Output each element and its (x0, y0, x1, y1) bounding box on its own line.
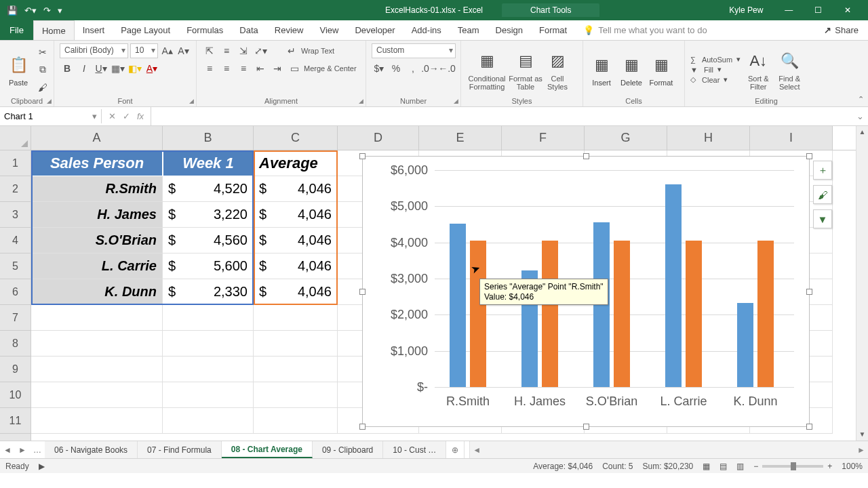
tab-review[interactable]: Review (267, 20, 312, 40)
sheet-tab-0[interactable]: 06 - Navigate Books (45, 441, 138, 458)
wrap-text-button[interactable]: Wrap Text (301, 47, 334, 55)
row-header-1[interactable]: 1 (0, 150, 31, 176)
column-header-C[interactable]: C (254, 126, 338, 150)
undo-icon[interactable]: ↶▾ (24, 5, 37, 16)
formula-input[interactable] (151, 115, 852, 119)
name-box[interactable]: Chart 1 (0, 109, 102, 123)
bar-Average-KDunn[interactable] (757, 241, 774, 387)
cell-C9[interactable] (254, 357, 338, 382)
comma-icon[interactable]: , (406, 61, 420, 76)
orientation-icon[interactable]: ⤢▾ (253, 43, 268, 58)
tell-me-search[interactable]: Tell me what you want to do (583, 20, 814, 40)
cell-B8[interactable] (163, 331, 254, 357)
cell-C7[interactable] (254, 305, 338, 331)
find-select-button[interactable]: 🔍Find & Select (776, 48, 803, 91)
copy-icon[interactable]: ⧉ (35, 62, 50, 77)
decrease-indent-icon[interactable]: ⇤ (253, 61, 268, 76)
chart-handle-sw[interactable] (359, 424, 366, 430)
tab-view[interactable]: View (311, 20, 347, 40)
cut-icon[interactable]: ✂ (35, 45, 50, 60)
align-left-icon[interactable]: ≡ (202, 61, 217, 76)
zoom-out-icon[interactable]: − (753, 462, 758, 471)
sheet-nav-next[interactable]: ► (15, 441, 30, 458)
sheet-tab-4[interactable]: 10 - Cust … (383, 441, 446, 458)
number-launcher-icon[interactable]: ◢ (454, 98, 458, 104)
tab-data[interactable]: Data (231, 20, 266, 40)
row-header-4[interactable]: 4 (0, 228, 31, 253)
align-middle-icon[interactable]: ≡ (219, 43, 234, 58)
cell-B2[interactable]: $4,520 (163, 176, 254, 202)
column-header-D[interactable]: D (338, 126, 419, 150)
new-sheet-button[interactable]: ⊕ (446, 441, 464, 458)
column-header-B[interactable]: B (163, 126, 254, 150)
decrease-decimal-icon[interactable]: ←.0 (439, 61, 454, 76)
share-button[interactable]: Share (814, 20, 868, 40)
bar-Week1-KDunn[interactable] (737, 303, 753, 387)
expand-formula-icon[interactable]: ⌄ (852, 111, 868, 121)
tab-file[interactable]: File (0, 20, 33, 40)
chart-filter-button[interactable]: ▼ (813, 209, 832, 228)
font-size-dropdown[interactable]: 10 (130, 43, 158, 58)
cancel-formula-icon[interactable]: ✕ (108, 111, 116, 121)
format-as-table-button[interactable]: ▤Format as Table (509, 48, 542, 91)
sheet-nav-more[interactable]: … (30, 441, 45, 458)
column-header-G[interactable]: G (585, 126, 667, 150)
sheet-tab-2[interactable]: 08 - Chart Average (222, 441, 313, 458)
tab-team[interactable]: Team (450, 20, 488, 40)
align-top-icon[interactable]: ⇱ (202, 43, 217, 58)
row-header-5[interactable]: 5 (0, 253, 31, 279)
chart-handle-ne[interactable] (806, 153, 812, 159)
cell-B4[interactable]: $4,560 (163, 228, 254, 253)
zoom-slider[interactable]: − + (753, 462, 832, 471)
close-icon[interactable]: ✕ (834, 5, 861, 15)
row-header-2[interactable]: 2 (0, 176, 31, 202)
cell-C1[interactable]: Average (254, 150, 338, 176)
fx-icon[interactable]: fx (137, 111, 144, 121)
cell-B10[interactable] (163, 382, 254, 408)
row-header-8[interactable]: 8 (0, 331, 31, 357)
column-header-H[interactable]: H (667, 126, 750, 150)
italic-icon[interactable]: I (77, 61, 92, 76)
border-icon[interactable]: ▦▾ (111, 61, 125, 76)
increase-decimal-icon[interactable]: .0→ (422, 61, 437, 76)
bar-Average-LCarrie[interactable] (686, 241, 702, 387)
cell-C10[interactable] (254, 382, 338, 408)
horizontal-scrollbar[interactable]: ◄► (469, 441, 868, 458)
embedded-chart[interactable]: $-$1,000$2,000$3,000$4,000$5,000$6,000R.… (362, 156, 810, 427)
font-name-dropdown[interactable]: Calibri (Body) (60, 43, 128, 58)
column-header-E[interactable]: E (419, 126, 502, 150)
cell-C5[interactable]: $4,046 (254, 253, 338, 279)
font-launcher-icon[interactable]: ◢ (189, 98, 194, 104)
currency-icon[interactable]: $▾ (372, 61, 387, 76)
format-cells-button[interactable]: ▦Format (648, 52, 674, 87)
vertical-scrollbar[interactable]: ▲ ▼ (856, 126, 868, 441)
align-bottom-icon[interactable]: ⇲ (236, 43, 251, 58)
wrap-text-icon[interactable]: ↵ (284, 43, 299, 58)
macro-record-icon[interactable]: ▶ (39, 462, 45, 471)
cell-B9[interactable] (163, 357, 254, 382)
column-header-F[interactable]: F (502, 126, 585, 150)
chart-handle-se[interactable] (806, 424, 812, 430)
chart-handle-e[interactable] (806, 289, 812, 295)
cell-A8[interactable] (31, 331, 163, 357)
merge-center-button[interactable]: Merge & Center (304, 64, 357, 73)
bar-Average-SOBrian[interactable] (614, 241, 630, 387)
save-icon[interactable]: 💾 (7, 5, 18, 16)
format-painter-icon[interactable]: 🖌 (35, 80, 50, 95)
percent-icon[interactable]: % (389, 61, 403, 76)
number-format-dropdown[interactable]: Custom (372, 43, 456, 58)
insert-cells-button[interactable]: ▦Insert (589, 52, 614, 87)
cell-B1[interactable]: Week 1 (163, 150, 254, 176)
cell-B7[interactable] (163, 305, 254, 331)
view-pagelayout-icon[interactable]: ▤ (719, 462, 727, 471)
fill-color-icon[interactable]: ◧▾ (127, 61, 142, 76)
chart-handle-s[interactable] (583, 424, 589, 430)
tab-formulas[interactable]: Formulas (178, 20, 231, 40)
cell-B5[interactable]: $5,600 (163, 253, 254, 279)
row-header-10[interactable]: 10 (0, 382, 31, 408)
cell-A7[interactable] (31, 305, 163, 331)
cell-A2[interactable]: R.Smith (31, 176, 163, 202)
cell-B11[interactable] (163, 408, 254, 434)
cell-C8[interactable] (254, 331, 338, 357)
merge-icon[interactable]: ▭ (287, 61, 302, 76)
